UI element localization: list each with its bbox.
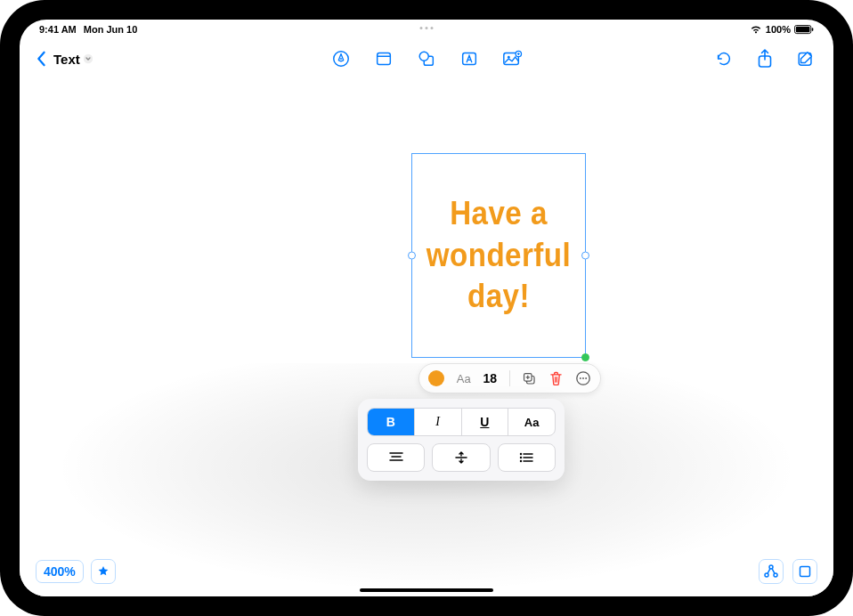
svg-point-20 bbox=[582, 377, 584, 379]
svg-rect-35 bbox=[800, 567, 810, 577]
duplicate-button[interactable] bbox=[522, 371, 537, 386]
compose-button[interactable] bbox=[794, 47, 817, 70]
battery-icon bbox=[794, 25, 814, 35]
note-tool-icon[interactable] bbox=[372, 47, 395, 70]
toolbar: Text bbox=[20, 39, 833, 78]
vertical-align-button[interactable] bbox=[432, 443, 490, 472]
bold-button[interactable]: B bbox=[368, 409, 415, 435]
svg-point-28 bbox=[520, 457, 522, 458]
svg-point-26 bbox=[520, 453, 522, 455]
svg-point-33 bbox=[765, 573, 768, 577]
tool-title-dropdown[interactable]: Text bbox=[53, 52, 93, 67]
color-picker-button[interactable] bbox=[428, 370, 444, 386]
shape-tool-icon[interactable] bbox=[415, 47, 438, 70]
zoom-level-button[interactable]: 400% bbox=[36, 560, 84, 583]
home-indicator[interactable] bbox=[360, 588, 493, 592]
image-tool-icon[interactable] bbox=[500, 47, 524, 70]
wifi-icon bbox=[750, 25, 762, 35]
svg-point-9 bbox=[419, 52, 428, 61]
italic-button[interactable]: I bbox=[415, 409, 462, 435]
svg-point-30 bbox=[520, 460, 522, 462]
share-button[interactable] bbox=[753, 47, 776, 70]
svg-point-3 bbox=[84, 54, 93, 63]
svg-point-12 bbox=[508, 56, 510, 59]
svg-point-19 bbox=[580, 377, 581, 379]
text-format-panel: B I U Aa bbox=[358, 399, 565, 481]
resize-handle-corner[interactable] bbox=[581, 353, 589, 361]
svg-point-34 bbox=[774, 573, 777, 577]
list-button[interactable] bbox=[498, 443, 556, 472]
battery-percent: 100% bbox=[766, 24, 791, 35]
font-size-button[interactable]: 18 bbox=[483, 371, 497, 385]
connections-button[interactable] bbox=[759, 559, 784, 584]
svg-point-32 bbox=[769, 565, 773, 569]
separator bbox=[509, 370, 510, 386]
more-button[interactable] bbox=[575, 370, 591, 386]
font-picker-button[interactable]: Aa bbox=[457, 372, 471, 385]
svg-rect-6 bbox=[378, 53, 391, 65]
multitask-dots[interactable] bbox=[420, 27, 434, 29]
svg-point-21 bbox=[585, 377, 587, 379]
delete-button[interactable] bbox=[549, 371, 563, 386]
pen-tool-icon[interactable] bbox=[329, 47, 353, 70]
text-box-selection[interactable]: Have a wonderful day! bbox=[411, 153, 586, 358]
text-tool-icon[interactable] bbox=[458, 47, 481, 70]
undo-button[interactable] bbox=[712, 47, 735, 70]
resize-handle-left[interactable] bbox=[408, 252, 416, 260]
text-box-content[interactable]: Have a wonderful day! bbox=[419, 193, 578, 318]
resize-handle-right[interactable] bbox=[581, 252, 589, 260]
canvas[interactable]: Have a wonderful day! Aa 18 bbox=[20, 78, 833, 596]
underline-button[interactable]: U bbox=[462, 409, 509, 435]
align-button[interactable] bbox=[367, 443, 425, 472]
text-quick-toolbar: Aa 18 bbox=[418, 363, 601, 393]
tool-title-label: Text bbox=[53, 52, 80, 67]
svg-rect-1 bbox=[796, 26, 810, 31]
status-date: Mon Jun 10 bbox=[84, 24, 138, 35]
status-time: 9:41 AM bbox=[39, 24, 77, 35]
chevron-down-icon bbox=[83, 53, 93, 64]
svg-point-5 bbox=[340, 58, 342, 60]
style-segmented-control: B I U Aa bbox=[367, 408, 556, 436]
svg-rect-2 bbox=[812, 28, 814, 31]
text-case-button[interactable]: Aa bbox=[508, 409, 555, 435]
status-bar: 9:41 AM Mon Jun 10 100% bbox=[20, 20, 833, 39]
favorite-view-button[interactable] bbox=[91, 559, 116, 584]
back-button[interactable] bbox=[36, 51, 46, 67]
minimap-button[interactable] bbox=[792, 559, 817, 584]
